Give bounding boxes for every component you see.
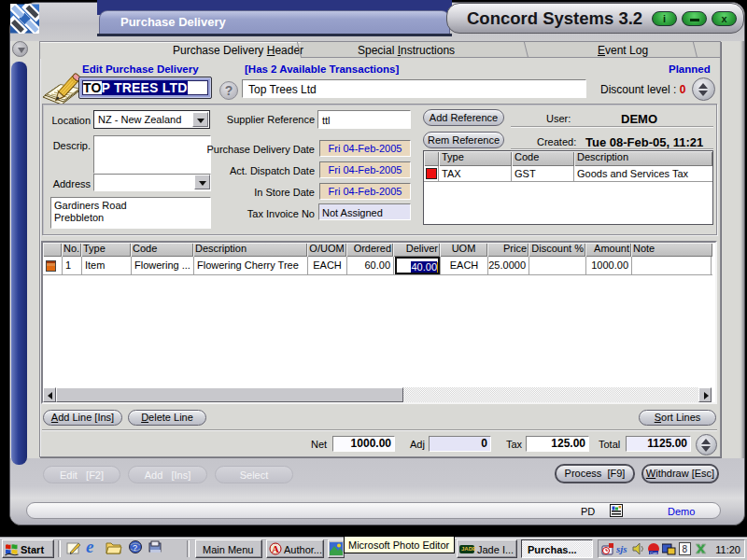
svg-text:?: ?	[133, 543, 137, 553]
svg-text:sjs: sjs	[616, 543, 627, 554]
svg-text:A: A	[272, 543, 279, 554]
svg-text:Com: Com	[650, 551, 658, 555]
svg-text:8: 8	[683, 544, 688, 554]
